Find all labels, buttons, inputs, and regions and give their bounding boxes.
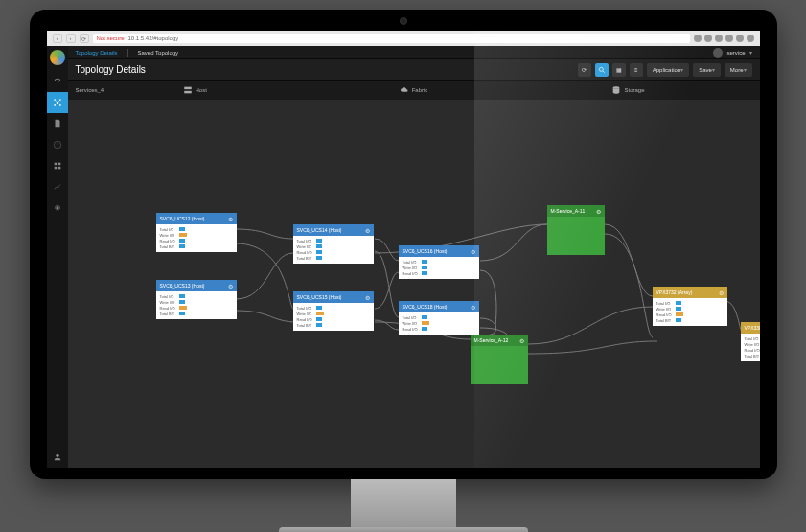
metric-label: Total I/O bbox=[403, 260, 418, 265]
chevron-down-icon: ▾ bbox=[712, 66, 715, 73]
host-node[interactable]: SVC6_UCS15 (Host)⚙ Total I/O Write I/O R… bbox=[293, 291, 374, 331]
category-bar: Services_4 Host Fabric Storage bbox=[68, 81, 760, 100]
more-dropdown[interactable]: More ▾ bbox=[725, 63, 752, 77]
search-button[interactable] bbox=[595, 63, 609, 77]
host-node[interactable]: SVC6_UCS12 (Host)⚙ Total I/O Write I/O R… bbox=[156, 213, 237, 252]
avatar[interactable] bbox=[713, 48, 723, 58]
application-dropdown[interactable]: Application ▾ bbox=[647, 63, 689, 77]
breadcrumb: Topology Details Saved Topology service … bbox=[68, 46, 760, 59]
sidebar-item-user[interactable] bbox=[47, 447, 68, 468]
metric-value bbox=[179, 233, 233, 237]
gear-icon[interactable]: ⚙ bbox=[365, 294, 370, 301]
metric-label: Total B/T bbox=[297, 256, 312, 261]
sidebar bbox=[47, 46, 68, 468]
gear-icon[interactable]: ⚙ bbox=[519, 337, 524, 344]
gauge-icon bbox=[53, 77, 62, 86]
extension-icon[interactable] bbox=[736, 35, 744, 42]
category-label: Host bbox=[196, 87, 207, 93]
entity-label[interactable]: Services_4 bbox=[76, 87, 104, 93]
gear-icon[interactable]: ⚙ bbox=[471, 304, 475, 311]
metric-label: Write I/O bbox=[160, 300, 175, 305]
gear-icon[interactable]: ⚙ bbox=[228, 283, 233, 289]
metric-value bbox=[179, 294, 233, 298]
host-node[interactable]: SVC6_UCS18 (Host)⚙ Total I/O Write I/O R… bbox=[399, 301, 479, 335]
category-storage[interactable]: Storage bbox=[611, 85, 644, 95]
node-metrics: Total I/O Write I/O Read I/O bbox=[399, 257, 479, 279]
gear-icon[interactable]: ⚙ bbox=[228, 216, 233, 222]
monitor-base bbox=[279, 527, 528, 532]
sidebar-item-analytics[interactable] bbox=[47, 155, 68, 176]
metric-label: Write I/O bbox=[160, 233, 175, 238]
forward-button[interactable]: › bbox=[66, 34, 76, 43]
extension-icon[interactable] bbox=[694, 35, 702, 42]
extension-icon[interactable] bbox=[704, 35, 712, 42]
metric-label: Total I/O bbox=[656, 301, 672, 306]
metric-label: Total I/O bbox=[403, 315, 418, 320]
gear-icon[interactable]: ⚙ bbox=[719, 289, 724, 296]
fabric-node[interactable]: M-Service_A-12⚙ bbox=[471, 335, 528, 384]
metric-value bbox=[316, 239, 370, 243]
host-node[interactable]: SVC6_UCS13 (Host)⚙ Total I/O Write I/O R… bbox=[156, 280, 237, 319]
storage-node[interactable]: VPX3381 (Array)⚙ Total I/O Write I/O Rea… bbox=[741, 322, 760, 361]
sidebar-item-topology[interactable] bbox=[47, 92, 68, 113]
gear-icon[interactable]: ⚙ bbox=[471, 248, 475, 255]
sidebar-item-alerts[interactable] bbox=[47, 134, 68, 155]
metric-value bbox=[422, 266, 475, 269]
storage-node[interactable]: VPX3732 (Array)⚙ Total I/O Write I/O Rea… bbox=[653, 287, 727, 326]
metric-value bbox=[316, 306, 370, 310]
webcam bbox=[400, 17, 407, 25]
metric-label: Read I/O bbox=[745, 348, 760, 353]
app-logo[interactable] bbox=[50, 50, 65, 65]
host-node[interactable]: SVC6_UCS14 (Host)⚙ Total I/O Write I/O R… bbox=[293, 224, 374, 264]
metric-label: Total I/O bbox=[745, 336, 760, 341]
grid-icon bbox=[53, 161, 62, 171]
sidebar-item-reports[interactable] bbox=[47, 113, 68, 134]
cloud-icon bbox=[400, 85, 409, 95]
gear-icon[interactable]: ⚙ bbox=[596, 208, 601, 215]
extension-icon[interactable] bbox=[715, 35, 723, 42]
layout-button[interactable]: ▦ bbox=[612, 63, 626, 77]
metric-value bbox=[179, 239, 233, 243]
node-title: SVC6_UCS13 (Host) bbox=[160, 283, 205, 289]
metric-value bbox=[179, 312, 233, 315]
dropdown-label: More bbox=[730, 67, 744, 73]
node-metrics: Total I/O Write I/O Read I/O Total B/T bbox=[741, 334, 760, 361]
metric-value bbox=[676, 312, 724, 316]
gear-icon[interactable]: ⚙ bbox=[365, 227, 370, 234]
metric-value bbox=[316, 250, 370, 254]
reload-button[interactable]: ⟳ bbox=[80, 34, 89, 43]
node-metrics: Total I/O Write I/O Read I/O Total B/T bbox=[156, 291, 237, 319]
breadcrumb-link[interactable]: Topology Details bbox=[76, 50, 118, 56]
extension-icon[interactable] bbox=[725, 35, 733, 42]
filter-button[interactable]: ≡ bbox=[630, 63, 643, 77]
metric-label: Read I/O bbox=[297, 250, 312, 255]
breadcrumb-current: Saved Topology bbox=[138, 50, 179, 56]
save-dropdown[interactable]: Save ▾ bbox=[693, 63, 721, 77]
node-title: M-Service_A-11 bbox=[551, 208, 586, 214]
dropdown-label: Save bbox=[699, 67, 712, 73]
fabric-node[interactable]: M-Service_A-11⚙ bbox=[547, 205, 605, 255]
svg-rect-6 bbox=[54, 163, 57, 166]
topology-canvas[interactable]: SVC6_UCS12 (Host)⚙ Total I/O Write I/O R… bbox=[68, 100, 760, 468]
refresh-button[interactable]: ⟳ bbox=[578, 63, 591, 77]
sidebar-item-dashboard[interactable] bbox=[47, 71, 68, 92]
host-node[interactable]: SVC6_UCS16 (Host)⚙ Total I/O Write I/O R… bbox=[399, 245, 479, 279]
browser-menu-icon[interactable] bbox=[747, 35, 754, 42]
storage-icon bbox=[611, 85, 621, 95]
browser-extensions bbox=[694, 35, 754, 42]
sidebar-item-charts[interactable] bbox=[47, 176, 68, 197]
chevron-down-icon: ▾ bbox=[680, 66, 683, 73]
user-menu-label[interactable]: service bbox=[726, 50, 745, 56]
metric-label: Write I/O bbox=[403, 321, 418, 326]
metric-value bbox=[676, 307, 724, 311]
category-fabric[interactable]: Fabric bbox=[400, 85, 428, 95]
search-icon bbox=[598, 66, 606, 74]
back-button[interactable]: ‹ bbox=[53, 34, 62, 43]
category-host[interactable]: Host bbox=[183, 85, 207, 95]
sidebar-item-settings[interactable] bbox=[47, 197, 68, 219]
node-metrics: Total I/O Write I/O Read I/O bbox=[399, 312, 479, 335]
category-label: Storage bbox=[624, 87, 644, 93]
node-metrics: Total I/O Write I/O Read I/O Total B/T bbox=[293, 236, 374, 264]
address-bar[interactable]: Not secure 10.1.5.42/#topology bbox=[93, 34, 690, 43]
document-icon bbox=[53, 119, 62, 128]
